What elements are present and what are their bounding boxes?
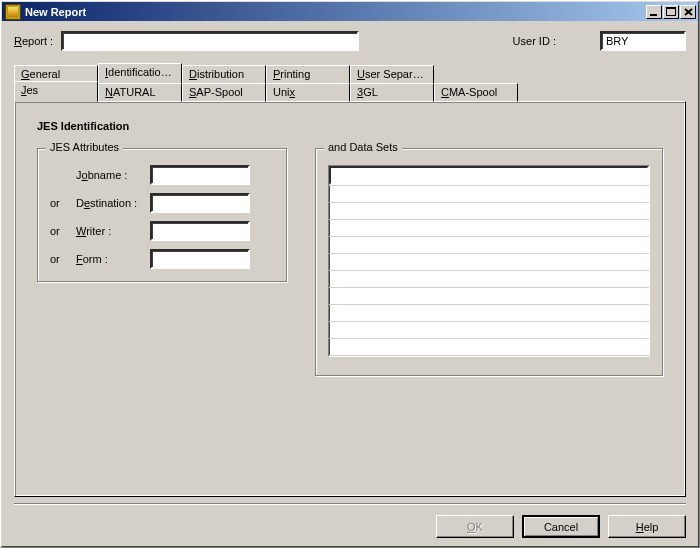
subtab-3gl[interactable]: 3GL (350, 83, 434, 102)
tab-user-separation[interactable]: User Separation (350, 65, 434, 84)
help-button[interactable]: Help (608, 515, 686, 538)
data-set-row[interactable] (329, 166, 649, 186)
tab-distribution[interactable]: Distribution (182, 65, 266, 84)
tabstrip-primary: GeneralIdentification...DistributionPrin… (14, 65, 686, 84)
data-set-row[interactable] (329, 305, 649, 322)
subtab-unix[interactable]: Unix (266, 83, 350, 102)
jes-attributes-legend: JES Attributes (46, 141, 123, 153)
attr-or-2: or (50, 225, 70, 237)
close-button[interactable] (680, 5, 696, 19)
attr-label-destination: Destination : (76, 197, 144, 209)
attr-label-form: Form : (76, 253, 144, 265)
report-input[interactable] (61, 31, 359, 51)
data-sets-group: and Data Sets (315, 148, 663, 376)
data-set-row[interactable] (329, 322, 649, 339)
svg-rect-2 (666, 7, 676, 9)
ok-button[interactable]: OK (436, 515, 514, 538)
data-set-row[interactable] (329, 288, 649, 305)
attr-or-1: or (50, 197, 70, 209)
data-set-row[interactable] (329, 220, 649, 237)
data-sets-legend: and Data Sets (324, 141, 402, 153)
attr-input-jobname[interactable] (150, 165, 250, 185)
data-set-row[interactable] (329, 203, 649, 220)
attr-or-3: or (50, 253, 70, 265)
app-icon (5, 4, 21, 20)
attr-label-writer: Writer : (76, 225, 144, 237)
new-report-window: New Report Report : User ID : (0, 0, 700, 548)
userid-input[interactable] (600, 31, 686, 51)
attr-input-destination[interactable] (150, 193, 250, 213)
window-title: New Report (25, 6, 645, 18)
data-set-row[interactable] (329, 254, 649, 271)
tab-panel-jes: JES Identification JES Attributes Jobnam… (14, 101, 686, 497)
attr-input-form[interactable] (150, 249, 250, 269)
data-set-input[interactable] (329, 166, 649, 185)
subtab-jes[interactable]: Jes (14, 81, 98, 102)
tab-printing[interactable]: Printing (266, 65, 350, 84)
data-set-row[interactable] (329, 271, 649, 288)
data-sets-list[interactable] (328, 165, 650, 357)
cancel-button[interactable]: Cancel (522, 515, 600, 538)
tab-container: GeneralIdentification...DistributionPrin… (14, 65, 686, 497)
maximize-button[interactable] (663, 5, 679, 19)
attr-input-writer[interactable] (150, 221, 250, 241)
svg-rect-0 (650, 14, 657, 16)
section-title: JES Identification (37, 120, 663, 132)
data-set-row[interactable] (329, 237, 649, 254)
tabstrip-secondary: JesNATURALSAP-SpoolUnix3GLCMA-Spool (14, 83, 686, 102)
jes-attributes-group: JES Attributes Jobname :orDestination :o… (37, 148, 287, 282)
userid-label: User ID : (513, 35, 556, 47)
minimize-button[interactable] (646, 5, 662, 19)
tab-identification[interactable]: Identification... (98, 63, 182, 84)
data-set-row[interactable] (329, 339, 649, 356)
attr-label-jobname: Jobname : (76, 169, 144, 181)
subtab-sap-spool[interactable]: SAP-Spool (182, 83, 266, 102)
subtab-natural[interactable]: NATURAL (98, 83, 182, 102)
report-label: Report : (14, 35, 53, 47)
subtab-cma-spool[interactable]: CMA-Spool (434, 83, 518, 102)
data-set-row[interactable] (329, 186, 649, 203)
titlebar: New Report (2, 2, 698, 21)
